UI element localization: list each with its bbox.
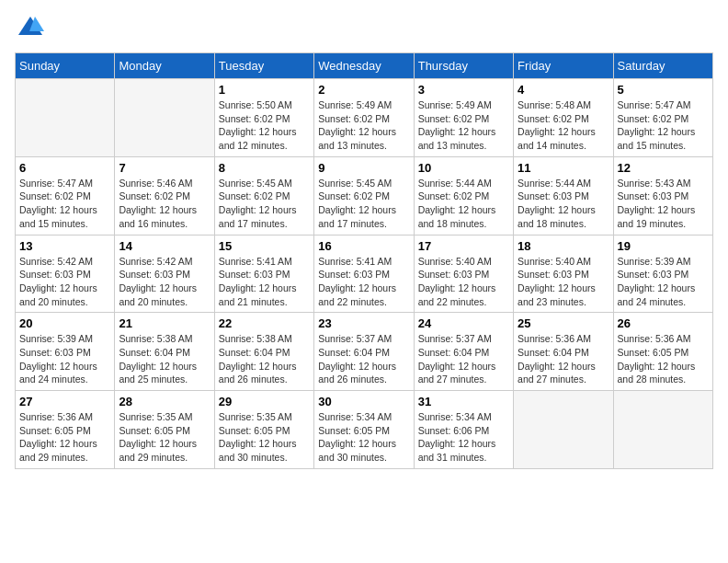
calendar-cell: 24Sunrise: 5:37 AMSunset: 6:04 PMDayligh…: [414, 313, 513, 391]
day-info: Sunrise: 5:35 AMSunset: 6:05 PMDaylight:…: [219, 410, 310, 465]
calendar-cell: 17Sunrise: 5:40 AMSunset: 6:03 PMDayligh…: [414, 235, 513, 313]
calendar-header-tuesday: Tuesday: [214, 53, 313, 79]
calendar-week-row: 6Sunrise: 5:47 AMSunset: 6:02 PMDaylight…: [16, 156, 713, 235]
day-number: 8: [219, 161, 310, 175]
day-info: Sunrise: 5:36 AMSunset: 6:04 PMDaylight:…: [518, 332, 609, 386]
day-number: 29: [219, 395, 310, 408]
calendar-header-wednesday: Wednesday: [314, 53, 414, 79]
day-info: Sunrise: 5:34 AMSunset: 6:06 PMDaylight:…: [418, 410, 509, 465]
calendar-cell: 1Sunrise: 5:50 AMSunset: 6:02 PMDaylight…: [214, 79, 313, 157]
calendar-header-friday: Friday: [514, 53, 613, 79]
day-info: Sunrise: 5:49 AMSunset: 6:02 PMDaylight:…: [318, 98, 409, 153]
calendar-cell: 19Sunrise: 5:39 AMSunset: 6:03 PMDayligh…: [613, 235, 712, 313]
day-number: 4: [518, 83, 609, 97]
calendar-cell: 11Sunrise: 5:44 AMSunset: 6:03 PMDayligh…: [514, 156, 613, 235]
calendar-cell: [514, 391, 613, 469]
day-info: Sunrise: 5:44 AMSunset: 6:02 PMDaylight:…: [418, 177, 509, 231]
day-info: Sunrise: 5:35 AMSunset: 6:05 PMDaylight:…: [119, 410, 210, 465]
calendar-cell: 31Sunrise: 5:34 AMSunset: 6:06 PMDayligh…: [414, 391, 513, 469]
calendar-cell: 27Sunrise: 5:36 AMSunset: 6:05 PMDayligh…: [16, 391, 115, 469]
day-info: Sunrise: 5:42 AMSunset: 6:03 PMDaylight:…: [19, 255, 110, 309]
day-number: 1: [219, 83, 310, 97]
day-info: Sunrise: 5:42 AMSunset: 6:03 PMDaylight:…: [119, 255, 210, 309]
day-number: 28: [119, 395, 210, 408]
day-info: Sunrise: 5:41 AMSunset: 6:03 PMDaylight:…: [219, 255, 310, 309]
calendar-cell: 3Sunrise: 5:49 AMSunset: 6:02 PMDaylight…: [414, 79, 513, 157]
day-number: 26: [618, 316, 709, 330]
logo-icon: [17, 15, 44, 37]
calendar-cell: 20Sunrise: 5:39 AMSunset: 6:03 PMDayligh…: [16, 313, 115, 391]
day-info: Sunrise: 5:44 AMSunset: 6:03 PMDaylight:…: [518, 177, 609, 231]
day-number: 22: [219, 316, 310, 330]
day-info: Sunrise: 5:46 AMSunset: 6:02 PMDaylight:…: [119, 177, 210, 231]
calendar-cell: [613, 391, 712, 469]
calendar-cell: 7Sunrise: 5:46 AMSunset: 6:02 PMDaylight…: [115, 156, 214, 235]
day-number: 5: [618, 83, 709, 97]
day-info: Sunrise: 5:43 AMSunset: 6:03 PMDaylight:…: [618, 177, 709, 231]
day-info: Sunrise: 5:47 AMSunset: 6:02 PMDaylight:…: [19, 177, 110, 231]
day-number: 19: [618, 239, 709, 253]
calendar-cell: 22Sunrise: 5:38 AMSunset: 6:04 PMDayligh…: [214, 313, 313, 391]
calendar-cell: 4Sunrise: 5:48 AMSunset: 6:02 PMDaylight…: [514, 79, 613, 157]
day-info: Sunrise: 5:50 AMSunset: 6:02 PMDaylight:…: [219, 98, 310, 153]
day-info: Sunrise: 5:39 AMSunset: 6:03 PMDaylight:…: [19, 332, 110, 386]
calendar-week-row: 27Sunrise: 5:36 AMSunset: 6:05 PMDayligh…: [16, 391, 713, 469]
day-info: Sunrise: 5:48 AMSunset: 6:02 PMDaylight:…: [518, 98, 609, 153]
day-info: Sunrise: 5:36 AMSunset: 6:05 PMDaylight:…: [19, 410, 110, 465]
day-info: Sunrise: 5:45 AMSunset: 6:02 PMDaylight:…: [318, 177, 409, 231]
day-info: Sunrise: 5:37 AMSunset: 6:04 PMDaylight:…: [318, 332, 409, 386]
day-number: 7: [119, 161, 210, 175]
calendar-cell: 29Sunrise: 5:35 AMSunset: 6:05 PMDayligh…: [214, 391, 313, 469]
calendar-cell: 30Sunrise: 5:34 AMSunset: 6:05 PMDayligh…: [314, 391, 414, 469]
page-header: [15, 15, 713, 41]
day-number: 20: [19, 316, 110, 330]
day-number: 9: [318, 161, 409, 175]
calendar-header-monday: Monday: [115, 53, 214, 79]
day-number: 11: [518, 161, 609, 175]
calendar-cell: 18Sunrise: 5:40 AMSunset: 6:03 PMDayligh…: [514, 235, 613, 313]
day-number: 18: [518, 239, 609, 253]
day-number: 12: [618, 161, 709, 175]
calendar-cell: 14Sunrise: 5:42 AMSunset: 6:03 PMDayligh…: [115, 235, 214, 313]
day-number: 21: [119, 316, 210, 330]
calendar-cell: 28Sunrise: 5:35 AMSunset: 6:05 PMDayligh…: [115, 391, 214, 469]
calendar-cell: [16, 79, 115, 157]
day-number: 27: [19, 395, 110, 408]
calendar-cell: 5Sunrise: 5:47 AMSunset: 6:02 PMDaylight…: [613, 79, 712, 157]
calendar-header-sunday: Sunday: [16, 53, 115, 79]
day-number: 31: [418, 395, 509, 408]
calendar-table: SundayMondayTuesdayWednesdayThursdayFrid…: [15, 52, 713, 469]
logo: [15, 15, 46, 41]
calendar-cell: 12Sunrise: 5:43 AMSunset: 6:03 PMDayligh…: [613, 156, 712, 235]
calendar-header-saturday: Saturday: [613, 53, 712, 79]
day-number: 10: [418, 161, 509, 175]
calendar-header-row: SundayMondayTuesdayWednesdayThursdayFrid…: [16, 53, 713, 79]
day-number: 16: [318, 239, 409, 253]
calendar-cell: 8Sunrise: 5:45 AMSunset: 6:02 PMDaylight…: [214, 156, 313, 235]
calendar-cell: 9Sunrise: 5:45 AMSunset: 6:02 PMDaylight…: [314, 156, 414, 235]
day-info: Sunrise: 5:38 AMSunset: 6:04 PMDaylight:…: [219, 332, 310, 386]
day-number: 30: [318, 395, 409, 408]
day-info: Sunrise: 5:45 AMSunset: 6:02 PMDaylight:…: [219, 177, 310, 231]
day-number: 24: [418, 316, 509, 330]
calendar-cell: 16Sunrise: 5:41 AMSunset: 6:03 PMDayligh…: [314, 235, 414, 313]
day-number: 6: [19, 161, 110, 175]
day-info: Sunrise: 5:49 AMSunset: 6:02 PMDaylight:…: [418, 98, 509, 153]
calendar-week-row: 1Sunrise: 5:50 AMSunset: 6:02 PMDaylight…: [16, 79, 713, 157]
day-number: 23: [318, 316, 409, 330]
day-number: 17: [418, 239, 509, 253]
day-info: Sunrise: 5:34 AMSunset: 6:05 PMDaylight:…: [318, 410, 409, 465]
day-info: Sunrise: 5:40 AMSunset: 6:03 PMDaylight:…: [418, 255, 509, 309]
day-number: 14: [119, 239, 210, 253]
calendar-week-row: 20Sunrise: 5:39 AMSunset: 6:03 PMDayligh…: [16, 313, 713, 391]
day-number: 25: [518, 316, 609, 330]
calendar-cell: 10Sunrise: 5:44 AMSunset: 6:02 PMDayligh…: [414, 156, 513, 235]
day-info: Sunrise: 5:47 AMSunset: 6:02 PMDaylight:…: [618, 98, 709, 153]
day-number: 2: [318, 83, 409, 97]
day-info: Sunrise: 5:37 AMSunset: 6:04 PMDaylight:…: [418, 332, 509, 386]
calendar-cell: 15Sunrise: 5:41 AMSunset: 6:03 PMDayligh…: [214, 235, 313, 313]
calendar-cell: 25Sunrise: 5:36 AMSunset: 6:04 PMDayligh…: [514, 313, 613, 391]
day-number: 15: [219, 239, 310, 253]
calendar-cell: 21Sunrise: 5:38 AMSunset: 6:04 PMDayligh…: [115, 313, 214, 391]
calendar-cell: [115, 79, 214, 157]
